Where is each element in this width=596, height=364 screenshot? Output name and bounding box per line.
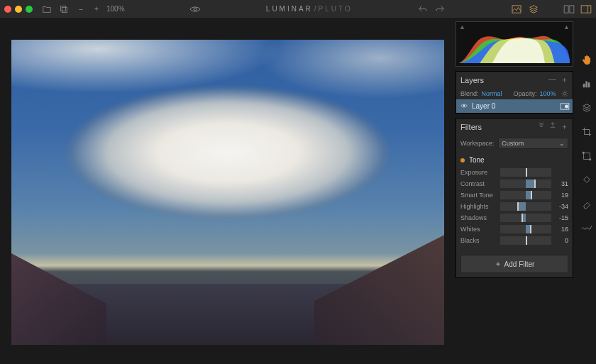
clip-warning-right-icon[interactable]: ▲ <box>563 23 570 31</box>
erase-tool-icon[interactable] <box>581 199 592 210</box>
shadows-label: Shadows <box>460 214 497 221</box>
tone-filter-block: Tone ExposureContrast31Smart Tone19Highl… <box>456 152 573 250</box>
svg-rect-14 <box>588 82 590 87</box>
blend-mode-value[interactable]: Normal <box>482 90 502 97</box>
layers-view-icon[interactable] <box>528 4 539 15</box>
smart_tone-slider[interactable] <box>500 191 551 199</box>
layer-visibility-eye-icon[interactable] <box>460 103 468 110</box>
svg-rect-1 <box>62 7 67 12</box>
layer-mask-icon[interactable] <box>560 103 568 110</box>
contrast-label: Contrast <box>460 180 497 187</box>
panels-stack: ▲ ▲ Layers — <box>456 18 576 364</box>
svg-rect-5 <box>570 5 574 12</box>
highlights-slider[interactable] <box>500 202 551 211</box>
whites-slider-row: Whites16 <box>456 224 573 235</box>
svg-point-2 <box>194 8 197 11</box>
histogram-panel[interactable]: ▲ ▲ <box>456 21 573 67</box>
highlights-label: Highlights <box>460 203 497 210</box>
zoom-controls: – + 100% <box>75 4 125 15</box>
image-canvas[interactable] <box>11 40 444 345</box>
workspace-select[interactable]: Custom ⌄ <box>498 138 568 149</box>
blacks-slider[interactable] <box>500 236 551 245</box>
smart_tone-slider-row: Smart Tone19 <box>456 189 573 201</box>
hand-tool-icon[interactable] <box>581 54 592 65</box>
svg-rect-4 <box>564 5 568 12</box>
undo-icon[interactable] <box>417 4 429 15</box>
shadows-slider[interactable] <box>500 214 551 222</box>
main-area: ▲ ▲ Layers — <box>0 18 596 364</box>
whites-value: 16 <box>554 226 568 233</box>
add-layer-icon[interactable]: ＋ <box>561 75 568 85</box>
layer-blend-row: Blend: Normal Opacity: 100% <box>456 88 573 99</box>
smart_tone-label: Smart Tone <box>460 192 497 199</box>
exposure-slider[interactable] <box>500 168 551 177</box>
zoom-out-button[interactable]: – <box>75 4 87 15</box>
plus-icon: ＋ <box>495 259 502 269</box>
add-filter-icon[interactable]: ＋ <box>561 121 568 132</box>
svg-rect-12 <box>583 84 585 87</box>
shadows-slider-row: Shadows-15 <box>456 212 573 224</box>
exposure-slider-row: Exposure <box>456 167 573 178</box>
panel-toggle-icon[interactable] <box>580 4 592 15</box>
svg-rect-16 <box>583 152 585 154</box>
histogram-graph <box>459 33 570 63</box>
whites-label: Whites <box>460 226 497 233</box>
svg-rect-6 <box>581 5 591 12</box>
contrast-slider-row: Contrast31 <box>456 178 573 189</box>
svg-rect-13 <box>585 82 587 88</box>
tone-filter-header[interactable]: Tone <box>456 153 573 167</box>
filters-export-icon[interactable] <box>549 121 556 132</box>
svg-rect-17 <box>590 159 592 161</box>
layers-collapse-icon[interactable]: — <box>548 75 556 85</box>
blacks-slider-row: Blacks0 <box>456 235 573 246</box>
opacity-label: Opacity: <box>514 90 537 97</box>
blacks-value: 0 <box>554 237 568 244</box>
histogram-tool-icon[interactable] <box>581 78 592 89</box>
denoise-tool-icon[interactable] <box>581 223 592 234</box>
clone-tool-icon[interactable] <box>581 175 592 186</box>
compare-view-icon[interactable] <box>563 4 575 15</box>
transform-tool-icon[interactable] <box>581 150 592 162</box>
layer-item[interactable]: Layer 0 <box>456 99 573 113</box>
contrast-slider[interactable] <box>500 180 551 188</box>
brand-sub: /PLUTO <box>314 5 353 13</box>
layers-tool-icon[interactable] <box>581 102 592 114</box>
window-controls <box>4 6 33 13</box>
filter-active-dot-icon <box>460 158 465 162</box>
add-filter-label: Add Filter <box>504 260 535 268</box>
brand-main: LUMINAR <box>266 5 313 13</box>
clip-warning-left-icon[interactable]: ▲ <box>459 23 465 31</box>
whites-slider[interactable] <box>500 225 551 233</box>
layers-panel: Layers — ＋ Blend: Normal Opacity: 100% <box>456 71 573 114</box>
preview-eye-icon[interactable] <box>189 4 201 15</box>
layer-settings-gear-icon[interactable] <box>561 90 568 97</box>
svg-rect-0 <box>61 6 66 11</box>
minimize-window-button[interactable] <box>15 6 22 13</box>
redo-icon[interactable] <box>434 4 446 15</box>
image-view-icon[interactable] <box>511 4 522 15</box>
maximize-window-button[interactable] <box>26 6 33 13</box>
zoom-value: 100% <box>106 5 125 13</box>
filters-panel: Filters ＋ Workspace: Custom <box>456 118 573 278</box>
chevron-down-icon: ⌄ <box>559 140 565 147</box>
add-filter-button[interactable]: ＋ Add Filter <box>460 255 568 273</box>
svg-rect-15 <box>584 153 590 160</box>
close-window-button[interactable] <box>4 6 11 13</box>
opacity-value[interactable]: 100% <box>540 90 556 97</box>
top-toolbar: – + 100% LUMINAR /PLUTO <box>0 0 596 18</box>
copy-icon[interactable] <box>58 4 70 15</box>
highlights-value: -34 <box>554 203 568 210</box>
zoom-in-button[interactable]: + <box>91 4 102 15</box>
filters-menu-icon[interactable] <box>538 121 545 132</box>
svg-point-9 <box>463 104 465 106</box>
canvas-area <box>0 18 456 364</box>
blend-label: Blend: <box>460 90 479 97</box>
filters-title: Filters <box>460 123 482 131</box>
workspace-label: Workspace: <box>460 140 494 147</box>
svg-point-8 <box>563 92 566 95</box>
right-column: ▲ ▲ Layers — <box>456 18 596 364</box>
shadows-value: -15 <box>554 214 568 221</box>
highlights-slider-row: Highlights-34 <box>456 201 573 212</box>
file-open-icon[interactable] <box>41 4 53 15</box>
crop-tool-icon[interactable] <box>581 126 592 138</box>
